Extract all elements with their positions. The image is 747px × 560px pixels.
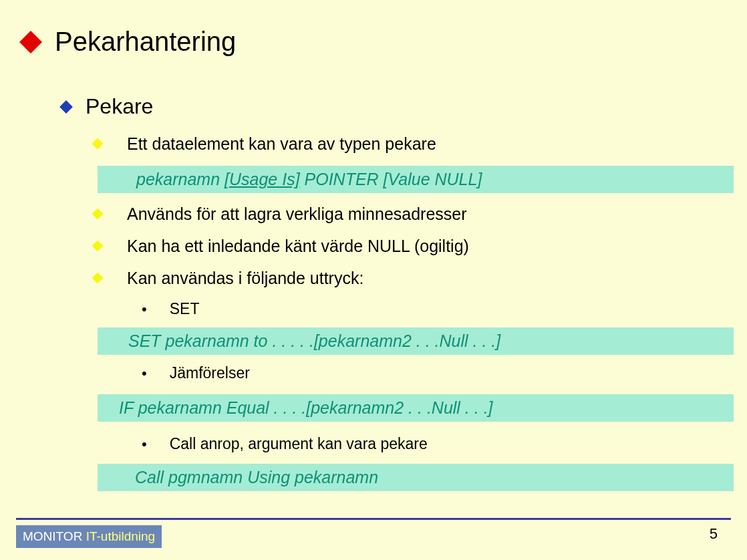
bullet-text: Kan användas i följande uttryck: <box>127 269 363 288</box>
sub-bullet-item: • Jämförelser <box>142 364 714 382</box>
code-box: IF pekarnamn Equal . . . .[pekarnamn2 . … <box>98 394 734 422</box>
bullet-dot-icon: • <box>142 436 147 453</box>
diamond-icon <box>92 241 104 252</box>
bullet-list: Ett dataelement kan vara av typen pekare… <box>94 134 714 491</box>
title-row: Pekarhantering <box>23 27 714 57</box>
bullet-dot-icon: • <box>142 365 147 382</box>
page-number: 5 <box>710 525 718 543</box>
code-text: IF pekarnamn Equal . . . .[pekarnamn2 . … <box>119 398 493 417</box>
sub-bullet-item: • SET <box>142 300 714 318</box>
sub-bullet-item: • Call anrop, argument kan vara pekare <box>142 435 714 453</box>
bullet-text: Används för att lagra verkliga minnesadr… <box>127 204 467 224</box>
diamond-icon <box>19 31 42 53</box>
bullet-item: Ett dataelement kan vara av typen pekare <box>94 134 714 154</box>
bullet-dot-icon: • <box>142 301 147 318</box>
diamond-icon <box>92 208 104 220</box>
bullet-text: Ett dataelement kan vara av typen pekare <box>127 134 436 154</box>
code-suffix: POINTER [Value NULL] <box>300 170 482 188</box>
subheading-row: Pekare <box>61 94 714 119</box>
code-underline: [Usage Is] <box>225 170 300 188</box>
code-box: SET pekarnamn to . . . . .[pekarnamn2 . … <box>98 327 734 355</box>
diamond-icon <box>59 100 73 114</box>
code-text: Call pgmnamn Using pekarnamn <box>135 468 378 486</box>
slide: Pekarhantering Pekare Ett dataelement ka… <box>0 0 747 491</box>
footer-monitor: MONITOR <box>23 529 86 543</box>
bullet-item: Kan ha ett inledande känt värde NULL (og… <box>94 236 714 256</box>
sub-bullet-text: Call anrop, argument kan vara pekare <box>170 435 428 453</box>
code-prefix: pekarnamn <box>136 170 225 188</box>
sub-bullet-text: SET <box>170 300 200 318</box>
footer-divider <box>16 518 731 520</box>
footer-it: IT-utbildning <box>86 529 156 543</box>
bullet-text: Kan ha ett inledande känt värde NULL (og… <box>127 237 469 256</box>
subheading: Pekare <box>86 94 153 119</box>
code-box: Call pgmnamn Using pekarnamn <box>98 464 734 491</box>
code-text: SET pekarnamn to . . . . .[pekarnamn2 . … <box>128 331 500 350</box>
code-text: pekarnamn [Usage Is] POINTER [Value NULL… <box>136 170 482 188</box>
diamond-icon <box>92 273 104 284</box>
code-box: pekarnamn [Usage Is] POINTER [Value NULL… <box>98 166 734 193</box>
sub-bullet-text: Jämförelser <box>170 364 250 382</box>
bullet-item: Används för att lagra verkliga minnesadr… <box>94 204 714 224</box>
footer-label: MONITOR IT-utbildning <box>16 525 162 548</box>
diamond-icon <box>92 138 104 150</box>
slide-title: Pekarhantering <box>55 27 236 57</box>
bullet-item: Kan användas i följande uttryck: <box>94 268 714 288</box>
